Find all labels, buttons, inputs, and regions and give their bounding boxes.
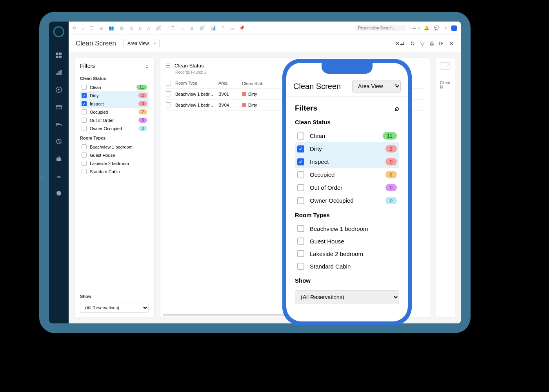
bold-letter-icon[interactable]: B <box>139 26 142 31</box>
show-select[interactable]: (All Reservations) <box>80 303 149 313</box>
phone-filter-search-icon[interactable]: ⌕ <box>395 104 399 113</box>
phone-room-guesthouse[interactable]: Guest House <box>295 235 399 247</box>
checkbox[interactable] <box>82 161 87 166</box>
print-icon[interactable]: ⎙ <box>430 40 433 47</box>
search-toolbar-icon[interactable]: ⌕ <box>82 26 84 31</box>
checkbox[interactable] <box>297 197 304 204</box>
results-title: Clean Status <box>175 63 204 69</box>
checkbox[interactable] <box>297 238 304 245</box>
people-icon[interactable]: 👥 <box>109 25 114 31</box>
checkbox[interactable] <box>82 169 87 174</box>
filter-icon[interactable]: ▽ <box>420 40 425 47</box>
table-icon[interactable]: ▦ <box>99 25 103 31</box>
reservation-search-input[interactable] <box>355 25 406 31</box>
checkbox[interactable] <box>82 126 87 131</box>
filter-room-lakeside[interactable]: Lakeside 2 bedroom <box>80 159 149 167</box>
filter-room-standard[interactable]: Standard Cabin <box>80 167 149 176</box>
checkbox[interactable] <box>82 109 87 114</box>
trend-icon[interactable]: 📈 <box>156 25 161 31</box>
plus-icon[interactable] <box>56 87 62 93</box>
bed-toolbar-icon[interactable]: 🛏 <box>229 26 234 31</box>
grid-icon[interactable] <box>56 52 62 58</box>
filters-title: Filters <box>80 63 95 69</box>
columns-icon[interactable]: ▥ <box>129 25 133 31</box>
app-logo-icon[interactable] <box>53 26 64 37</box>
cart-icon[interactable]: 🛒 <box>200 25 205 31</box>
svg-rect-3 <box>59 56 62 58</box>
filter-clean[interactable]: Clean11 <box>80 83 149 91</box>
checkbox[interactable] <box>82 152 87 158</box>
checkbox[interactable] <box>297 145 304 152</box>
col-room-type[interactable]: Room Type <box>175 81 218 86</box>
svg-rect-8 <box>56 105 62 109</box>
filter-search-icon[interactable]: ⌕ <box>145 63 149 69</box>
row-checkbox[interactable] <box>166 91 171 96</box>
col-clean-status[interactable]: Clean Stat.. <box>242 81 277 86</box>
bell-icon[interactable]: 🔔 <box>424 25 429 31</box>
bullets-icon[interactable]: ⋮☰ <box>167 25 175 31</box>
gauge-icon[interactable] <box>56 173 62 179</box>
filter-out-of-order[interactable]: Out of Order0 <box>80 116 149 124</box>
phone-filter-out-of-order[interactable]: Out of Order0 <box>295 181 399 194</box>
chart-icon[interactable] <box>56 69 62 76</box>
gear-icon[interactable]: ✿ <box>73 25 76 31</box>
phone-filter-occupied[interactable]: Occupied2 <box>295 168 399 181</box>
card-icon[interactable] <box>56 104 62 110</box>
filter-inspect[interactable]: Inspect0 <box>80 100 149 108</box>
svg-point-12 <box>58 177 60 178</box>
phone-room-standard[interactable]: Standard Cabin <box>295 260 399 272</box>
hamburger-icon[interactable]: ☰ <box>166 63 171 69</box>
checkbox[interactable] <box>297 171 304 178</box>
close-icon[interactable]: ✕ <box>449 40 454 47</box>
phone-filter-dirty[interactable]: Dirty2 <box>295 142 399 155</box>
phone-filter-inspect[interactable]: Inspect0 <box>295 155 399 168</box>
topbar: ✿ ⌕ ☰ ▦ 👥 🏛 ▥ B A 📈 ⋮☰ ▢ 🗎 🛒 📊 ❞ � <box>69 22 461 35</box>
view-select[interactable]: Area View <box>123 39 160 48</box>
refresh-icon[interactable]: ↻ <box>410 40 415 47</box>
pin-icon[interactable]: 📌 <box>239 25 245 31</box>
quote-icon[interactable]: ❞ <box>222 25 224 31</box>
user-avatar[interactable] <box>451 25 457 31</box>
checkbox[interactable] <box>297 184 304 191</box>
phone-filter-owner-occupied[interactable]: Owner Occupied0 <box>295 194 399 207</box>
checkbox[interactable] <box>82 101 87 106</box>
filter-owner-occupied[interactable]: Owner Occupied0 <box>80 124 149 132</box>
checkbox[interactable] <box>297 158 304 165</box>
checkbox[interactable] <box>82 85 87 90</box>
sync-icon[interactable]: ⟳ <box>439 40 444 47</box>
phone-view-select[interactable]: Area View <box>352 80 401 93</box>
filter-occupied[interactable]: Occupied2 <box>80 108 149 116</box>
phone-filter-clean[interactable]: Clean11 <box>295 129 399 142</box>
filter-dirty[interactable]: Dirty2 <box>80 91 149 100</box>
check-icon[interactable] <box>56 190 62 196</box>
phone-show-select[interactable]: (All Reservations) <box>295 290 399 304</box>
filter-room-beachview[interactable]: Beachview 1 bedroom <box>80 143 149 151</box>
clean-status-label: Clean Status <box>80 76 149 81</box>
checkbox[interactable] <box>297 225 304 232</box>
stats-icon[interactable]: 📊 <box>211 25 216 31</box>
help-icon[interactable]: ? <box>444 26 447 31</box>
building-icon[interactable]: 🏛 <box>120 26 124 31</box>
select-all-checkbox[interactable] <box>166 81 171 86</box>
bed-icon[interactable] <box>56 121 62 127</box>
shuffle-icon[interactable]: ✕⇄ <box>395 40 405 47</box>
checkbox[interactable] <box>82 144 87 149</box>
image-icon[interactable]: ▢ <box>180 25 184 31</box>
pie-icon[interactable] <box>56 138 62 145</box>
checkbox[interactable] <box>82 118 87 123</box>
page-title: Clean Screen <box>76 40 116 47</box>
col-area[interactable]: Area <box>218 81 242 86</box>
filter-room-guesthouse[interactable]: Guest House <box>80 151 149 159</box>
phone-room-beachview[interactable]: Beachview 1 bedroom <box>295 222 399 235</box>
chat-icon[interactable]: 💬 <box>434 25 440 31</box>
checkbox[interactable] <box>297 250 304 257</box>
briefcase-icon[interactable] <box>56 156 62 162</box>
checkbox[interactable] <box>82 93 87 98</box>
letter-a-icon[interactable]: A <box>147 26 150 31</box>
row-checkbox[interactable] <box>166 102 171 107</box>
checkbox[interactable] <box>297 132 304 140</box>
phone-room-lakeside[interactable]: Lakeside 2 bedroom <box>295 247 399 260</box>
list-icon[interactable]: ☰ <box>90 25 94 31</box>
doc-icon[interactable]: 🗎 <box>190 26 194 31</box>
checkbox[interactable] <box>297 263 304 270</box>
